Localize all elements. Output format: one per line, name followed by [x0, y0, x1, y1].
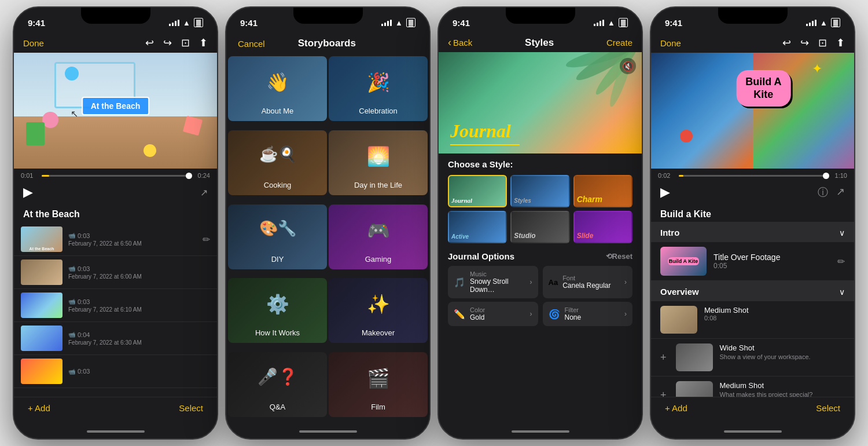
done-button-1[interactable]: Done [23, 38, 44, 48]
style-journal[interactable]: Journal [448, 175, 507, 207]
storyboard-daylife[interactable]: 🌅 Day in the Life [329, 130, 428, 195]
overview-item-2[interactable]: + Medium Shot What makes this project sp… [651, 376, 854, 397]
storyboard-celebration[interactable]: 🎉 Celebration [329, 56, 428, 121]
style-active2[interactable]: Active [448, 211, 507, 243]
play-button-1[interactable]: ▶ [23, 185, 33, 200]
overview-item-1[interactable]: + Wide Shot Show a view of your workspac… [651, 339, 854, 376]
overview-thumb-2 [676, 381, 713, 397]
select-button-1[interactable]: Select [179, 403, 203, 413]
font-icon: Aa [549, 278, 558, 287]
storyboard-howitworks[interactable]: ⚙️ How It Works [228, 278, 327, 343]
cancel-button[interactable]: Cancel [238, 39, 265, 49]
expand-icon-1[interactable]: ↗ [200, 187, 208, 198]
undo-icon-1[interactable]: ↩ [145, 36, 154, 49]
daylife-label: Day in the Life [354, 181, 402, 189]
font-option[interactable]: Aa Font Canela Regular › [543, 266, 633, 298]
intro-section-header[interactable]: Intro ∨ [651, 222, 854, 242]
progress-track-1[interactable] [42, 175, 189, 177]
music-value: Snowy Stroll Down… [470, 277, 525, 294]
wifi-icon-3: ▲ [608, 19, 615, 27]
nav-icons-1: ↩ ↪ ⊡ ⬆ [145, 36, 208, 49]
overview-item-0[interactable]: Medium Shot 0:08 [651, 301, 854, 339]
color-option[interactable]: ✏️ Color Gold › [448, 302, 538, 326]
signal-bars-1 [169, 20, 179, 26]
font-arrow: › [624, 278, 627, 286]
intro-item-title-0: Title Over Footage [713, 253, 830, 262]
signal-bars-3 [594, 20, 604, 26]
status-time-3: 9:41 [453, 18, 470, 28]
camera-icon-1: 📹 [68, 265, 75, 272]
reset-button[interactable]: ⟲Reset [606, 252, 632, 261]
expand-icon-4[interactable]: ↗ [836, 185, 845, 199]
done-button-4[interactable]: Done [660, 38, 681, 48]
clip-item-1[interactable]: 📹 0:03 February 7, 2022 at 6:00 AM [14, 256, 217, 289]
clip-item-4[interactable]: 📹 0:03 [14, 355, 217, 388]
mute-icon[interactable]: 🔇 [620, 58, 636, 74]
color-label: Color [470, 306, 525, 313]
storyboard-film[interactable]: 🎬 Film [329, 352, 428, 417]
filter-option[interactable]: 🌀 Filter None › [543, 302, 633, 326]
redo-icon-4[interactable]: ↪ [800, 36, 809, 49]
intro-edit-icon[interactable]: ✏ [837, 256, 845, 267]
journal-options-label: Journal Options [448, 251, 514, 261]
notch-1 [81, 8, 150, 24]
undo-icon-4[interactable]: ↩ [782, 36, 791, 49]
overview-section-header[interactable]: Overview ∨ [651, 281, 854, 301]
progress-thumb-1 [186, 173, 192, 179]
plus-icon-2[interactable]: + [660, 389, 667, 397]
share-icon-4[interactable]: ⬆ [836, 36, 845, 49]
style-slide[interactable]: Slide [573, 211, 632, 243]
storyboard-about-me[interactable]: 👋 About Me [228, 56, 327, 121]
time-right-1: 0:24 [194, 172, 210, 179]
nav-bar-4: Done ↩ ↪ ⊡ ⬆ [651, 33, 854, 53]
storyboard-makeover[interactable]: ✨ Makeover [329, 278, 428, 343]
phone-3-styles: 9:41 ▲ ▓ ‹ Back Styles Create [437, 6, 643, 440]
kite-star-icon: ✦ [812, 61, 822, 76]
add-button-4[interactable]: + Add [665, 403, 687, 413]
clip-item-2[interactable]: 📹 0:03 February 7, 2022 at 6:10 AM [14, 289, 217, 322]
play-controls-1: ▶ ↗ [14, 182, 217, 204]
phone-1-at-the-beach: 9:41 ▲ ▓ Done ↩ ↪ ⊡ ⬆ [13, 6, 218, 440]
filter-arrow: › [624, 310, 627, 318]
storyboard-cooking[interactable]: ☕🍳 Cooking [228, 130, 327, 195]
journal-label: Journal [451, 197, 472, 204]
style-studio[interactable]: Studio [510, 211, 569, 243]
crop-icon-1[interactable]: ⊡ [181, 36, 190, 49]
styles-title: Styles [525, 37, 554, 49]
storyboard-qa[interactable]: 🎤❓ Q&A [228, 352, 327, 417]
filter-content: Filter None [565, 306, 620, 321]
plus-icon-1[interactable]: + [660, 352, 667, 364]
storyboard-diy[interactable]: 🎨🔧 DIY [228, 204, 327, 269]
nav-icons-4: ↩ ↪ ⊡ ⬆ [782, 36, 845, 49]
music-option[interactable]: 🎵 Music Snowy Stroll Down… › [448, 266, 538, 298]
intro-item-0[interactable]: Build A Kite Title Over Footage 0:05 ✏ [651, 242, 854, 281]
style-grid: Journal Styles Charm Active Studio Slide [448, 175, 632, 243]
kite-video: Build AKite ✦ [651, 53, 854, 169]
share-icon-1[interactable]: ⬆ [199, 36, 208, 49]
create-button[interactable]: Create [606, 38, 632, 47]
camera-icon-3: 📹 [68, 331, 75, 338]
clip-item-3[interactable]: 📹 0:04 February 7, 2022 at 6:30 AM [14, 322, 217, 355]
style-charm[interactable]: Charm [573, 175, 632, 207]
crop-icon-4[interactable]: ⊡ [818, 36, 827, 49]
select-button-4[interactable]: Select [816, 403, 840, 413]
storyboard-gaming[interactable]: 🎮 Gaming [329, 204, 428, 269]
progress-track-4[interactable] [679, 175, 826, 177]
play-button-4[interactable]: ▶ [660, 185, 670, 200]
style-active-thumbnail[interactable]: Styles [510, 175, 569, 207]
charm-label: Charm [577, 195, 602, 204]
clip-item-0[interactable]: At the Beach 📹 0:03 February 7, 2022 at … [14, 223, 217, 256]
clip-edit-0[interactable]: ✏ [203, 234, 210, 245]
color-icon: ✏️ [454, 309, 465, 320]
add-button-1[interactable]: + Add [28, 403, 50, 413]
diy-label: DIY [271, 255, 284, 264]
decoration-circle-yellow [144, 144, 156, 157]
signal-bars-2 [381, 20, 392, 26]
play-controls-4: ▶ ⓘ ↗ [651, 182, 854, 204]
battery-icon-2: ▓ [406, 18, 415, 27]
options-section: Journal Options ⟲Reset [448, 251, 632, 261]
info-icon[interactable]: ⓘ [818, 185, 828, 199]
back-button[interactable]: ‹ Back [448, 36, 472, 49]
redo-icon-1[interactable]: ↪ [163, 36, 172, 49]
intro-item-time-0: 0:05 [713, 262, 830, 270]
